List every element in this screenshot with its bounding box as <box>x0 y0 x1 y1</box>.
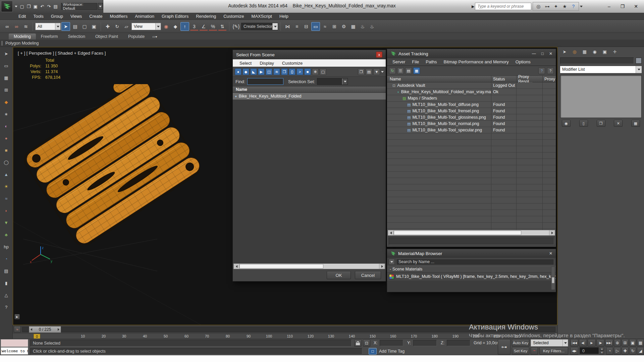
ok-button[interactable]: OK <box>327 271 351 279</box>
frame-spinner[interactable]: ▲▼ <box>600 347 604 354</box>
material-search-input[interactable]: Search by Name ... <box>396 259 554 265</box>
go-to-start-button[interactable]: |◀◀ <box>570 339 578 347</box>
close-button[interactable]: ✕ <box>549 51 552 56</box>
play-button[interactable]: ▶ <box>588 339 596 347</box>
column-header[interactable]: Proxy <box>542 77 556 81</box>
search-input[interactable] <box>475 3 531 10</box>
browser-options-caret-icon[interactable] <box>389 259 395 265</box>
display-frozen-icon[interactable]: ❄ <box>312 68 319 75</box>
wave-tool-icon[interactable]: ≈ <box>2 194 10 202</box>
maxscript-mini-listener[interactable]: Welcome to Mi <box>1 347 28 355</box>
select-tool-icon[interactable]: ➤ <box>2 50 10 58</box>
display-tab-icon[interactable]: ▣ <box>601 48 609 55</box>
keyboard-override-icon[interactable]: ↑ <box>180 22 189 31</box>
print-list-icon[interactable]: ▤ <box>366 68 372 75</box>
selection-lock-icon[interactable] <box>354 340 362 347</box>
cone-tool-icon[interactable]: ▲ <box>2 170 10 178</box>
auto-key-button[interactable]: Auto Key <box>512 339 529 347</box>
schematic-view-icon[interactable]: ⊞ <box>330 22 339 31</box>
select-and-link-icon[interactable]: ∞ <box>3 22 11 31</box>
make-unique-icon[interactable]: ❐ <box>597 120 605 127</box>
column-divider[interactable] <box>516 76 517 230</box>
find-input[interactable] <box>247 78 283 85</box>
arrow-mode-icon[interactable]: ▷ <box>614 347 621 355</box>
key-filter-scope-dropdown[interactable]: Selected <box>531 339 568 347</box>
key-filters-button[interactable]: Key Filters... <box>539 347 568 355</box>
asset-row[interactable]: ▨Maps / Shaders <box>387 95 556 102</box>
filter-list-icon[interactable]: ▼ <box>373 68 380 75</box>
spinner-snap-icon[interactable]: ⇅ <box>218 22 227 31</box>
ribbon-tab[interactable]: Selection <box>63 34 90 40</box>
object-name-field[interactable] <box>560 57 634 64</box>
community-help-icon[interactable]: ? <box>538 67 545 74</box>
menu-item[interactable]: Customize <box>220 13 248 19</box>
save-file-icon[interactable]: ▣ <box>32 3 39 10</box>
dialog-menu-item[interactable]: Customize <box>278 60 307 66</box>
menu-item[interactable]: Rendering <box>192 13 220 19</box>
show-end-result-icon[interactable]: ▯ <box>579 120 588 127</box>
ribbon-minimize-icon[interactable]: ▭▾ <box>150 34 160 40</box>
workspace-caret-icon[interactable] <box>98 3 103 10</box>
display-space-warps-icon[interactable]: ≋ <box>273 68 280 75</box>
configure-modifier-sets-icon[interactable]: ▦ <box>631 120 640 127</box>
display-xrefs-icon[interactable]: {} <box>289 68 296 75</box>
select-and-rotate-icon[interactable]: ↻ <box>113 22 121 31</box>
spray-tool-icon[interactable]: ∗ <box>2 110 10 118</box>
vertical-scrollbar[interactable] <box>551 266 555 290</box>
app-menu-button[interactable] <box>1 1 13 12</box>
align-icon[interactable]: ≡ <box>292 22 301 31</box>
ribbon-tab[interactable]: Modeling <box>9 34 36 40</box>
zoom-icon[interactable]: ⊕ <box>614 339 621 347</box>
horizontal-scrollbar[interactable] <box>233 263 385 269</box>
select-from-scene-titlebar[interactable]: Select From Scene x <box>233 50 386 59</box>
thumbnail-view-icon[interactable]: ▤ <box>405 67 412 74</box>
zoom-extents-icon[interactable]: ▣ <box>629 339 636 347</box>
reference-coordinate-dropdown[interactable]: View <box>131 23 161 30</box>
bind-to-space-warp-icon[interactable]: ≋ <box>21 22 30 31</box>
current-frame-field[interactable]: 0 <box>580 347 599 354</box>
project-folder-icon[interactable]: ▤ <box>52 3 59 10</box>
column-tool-icon[interactable]: ▮ <box>2 279 10 287</box>
panel-tool-icon[interactable]: ▤ <box>2 267 10 275</box>
menu-item[interactable]: Views <box>67 13 86 19</box>
modifier-list-dropdown[interactable]: Modifier List <box>560 66 642 73</box>
key-mode-toggle-icon[interactable]: ⊶ <box>498 339 511 355</box>
display-hidden-icon[interactable]: ▢ <box>320 68 326 75</box>
menu-item[interactable]: Help <box>276 13 292 19</box>
dialog-menu-item[interactable]: Paths <box>422 59 440 65</box>
close-icon[interactable]: ✕ <box>549 251 552 256</box>
close-button[interactable]: ✕ <box>629 2 643 11</box>
undo-icon[interactable]: ↶ <box>39 3 46 10</box>
ember-tool-icon[interactable]: ◆ <box>2 98 10 106</box>
dialog-menu-item[interactable]: File <box>409 59 422 65</box>
absolute-offset-toggle-icon[interactable]: ⊡ <box>363 340 370 347</box>
maximize-button[interactable]: □ <box>541 51 544 56</box>
horizontal-scrollbar[interactable] <box>388 230 555 236</box>
curve-editor-icon[interactable]: ≈ <box>321 22 329 31</box>
dialog-menu-item[interactable]: Options <box>512 59 534 65</box>
y-coordinate-field[interactable] <box>413 340 437 346</box>
minimize-button[interactable]: — <box>532 51 536 56</box>
menu-item[interactable]: Graph Editors <box>158 13 192 19</box>
snaps-toggle-icon[interactable]: 3 <box>190 22 199 31</box>
remove-modifier-icon[interactable]: ✕ <box>614 120 623 127</box>
restore-button[interactable]: ❐ <box>616 2 629 11</box>
selection-set-dropdown[interactable] <box>317 78 348 85</box>
menu-item[interactable]: Create <box>86 13 106 19</box>
field-of-view-icon[interactable]: ◔ <box>606 347 613 355</box>
x-coordinate-field[interactable] <box>380 340 403 346</box>
dialog-menu-item[interactable]: Server <box>389 59 409 65</box>
z-coordinate-field[interactable] <box>447 340 470 346</box>
material-list-item[interactable]: MLT10_Bike_Multi-Tool ( VRayMtl ) [frame… <box>387 273 556 281</box>
asset-row[interactable]: ▤MLT10_Bike_Multi-Tool_glossiness.png Fo… <box>387 114 556 121</box>
help-caret-icon[interactable] <box>580 6 583 7</box>
current-frame-marker[interactable]: 0 <box>34 334 40 339</box>
open-file-icon[interactable]: ❐ <box>25 3 32 10</box>
communication-center-icon[interactable]: ✦ <box>551 3 560 10</box>
expand-tray-icon[interactable]: ▶ <box>14 314 20 319</box>
display-helpers-icon[interactable]: ◫ <box>266 68 272 75</box>
named-selection-set-input[interactable]: Create Selection Se <box>241 23 278 30</box>
layer-manager-icon[interactable]: ⊟ <box>302 22 311 31</box>
favorites-star-icon[interactable]: ★ <box>560 3 569 10</box>
orbit-icon[interactable]: ↻ <box>629 347 636 355</box>
